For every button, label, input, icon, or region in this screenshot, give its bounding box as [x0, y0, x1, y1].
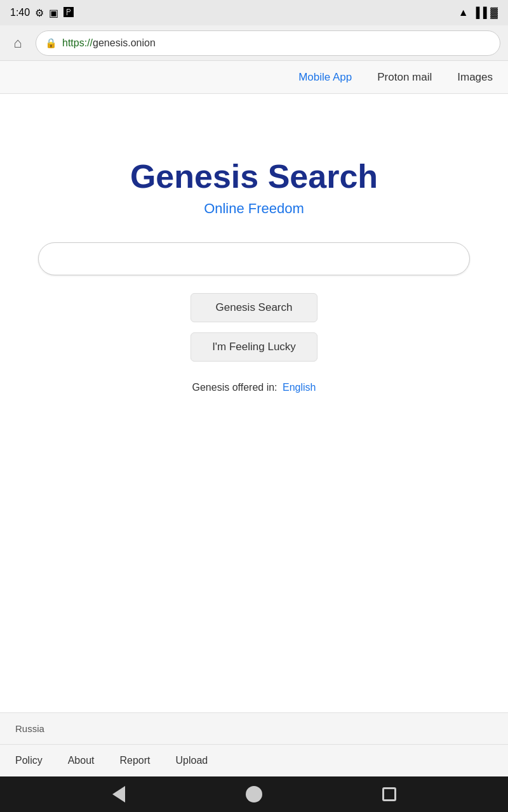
back-button[interactable] — [107, 783, 130, 806]
url-domain: genesis.onion — [93, 37, 156, 48]
footer-links: Policy About Report Upload — [0, 744, 508, 776]
settings-icon: ⚙ — [35, 7, 44, 19]
nav-proton-mail[interactable]: Proton mail — [377, 71, 432, 84]
bottom-nav — [0, 776, 508, 812]
recent-apps-button[interactable] — [378, 783, 401, 806]
url-protocol: https:// — [62, 37, 93, 48]
address-bar[interactable]: 🔒 https://genesis.onion — [36, 30, 500, 56]
lock-icon: 🔒 — [45, 37, 57, 49]
site-subtitle: Online Freedom — [204, 200, 304, 217]
wifi-icon: ▲ — [458, 7, 469, 18]
status-bar: 1:40 ⚙ ▣ 🅿 ▲ ▐▐ ▓ — [0, 0, 508, 25]
feeling-lucky-button[interactable]: I'm Feeling Lucky — [190, 332, 318, 362]
home-icon: ⌂ — [13, 35, 22, 51]
browser-bar: ⌂ 🔒 https://genesis.onion — [0, 25, 508, 61]
battery-icon: ▓ — [490, 7, 498, 18]
offered-in-text: Genesis offered in: English — [192, 382, 316, 393]
footer-upload-link[interactable]: Upload — [176, 755, 208, 766]
genesis-search-button[interactable]: Genesis Search — [190, 293, 318, 322]
parking-icon: 🅿 — [64, 7, 74, 18]
footer-about-link[interactable]: About — [68, 755, 95, 766]
button-row: Genesis Search I'm Feeling Lucky — [190, 293, 318, 362]
sim-icon: ▣ — [49, 7, 58, 19]
footer-report-link[interactable]: Report — [120, 755, 150, 766]
main-content: Genesis Search Online Freedom Genesis Se… — [0, 94, 508, 712]
footer-policy-link[interactable]: Policy — [15, 755, 43, 766]
offered-prefix: Genesis offered in: — [192, 382, 277, 393]
recent-icon — [382, 787, 396, 801]
nav-images[interactable]: Images — [457, 71, 493, 84]
location-bar: Russia — [0, 712, 508, 744]
signal-icon: ▐▐ — [472, 7, 487, 18]
browser-home-button[interactable]: ⌂ — [8, 33, 28, 53]
status-time: 1:40 — [10, 7, 30, 18]
back-icon — [112, 786, 125, 802]
search-input[interactable] — [38, 242, 470, 275]
top-nav: Mobile App Proton mail Images — [0, 61, 508, 94]
nav-mobile-app[interactable]: Mobile App — [298, 71, 352, 84]
location-text: Russia — [15, 723, 44, 734]
offered-language-link[interactable]: English — [283, 382, 316, 393]
home-button[interactable] — [243, 783, 265, 806]
home-circle-icon — [246, 786, 262, 802]
footer-container: Russia Policy About Report Upload — [0, 712, 508, 776]
site-title: Genesis Search — [130, 157, 378, 195]
url-display: https://genesis.onion — [62, 37, 156, 49]
